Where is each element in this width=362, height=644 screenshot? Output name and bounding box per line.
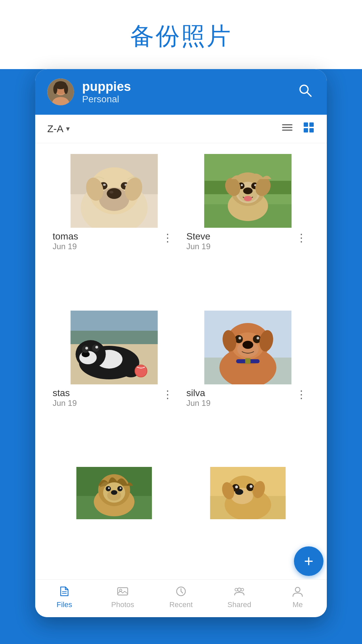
svg-point-56 [96,346,98,348]
shared-icon [233,585,246,598]
sort-toolbar: Z-A ▾ [35,115,327,143]
page-title: 备份照片 [130,0,232,69]
svg-point-25 [103,184,106,186]
svg-point-21 [107,188,122,199]
photo-thumbnail[interactable] [51,154,177,228]
svg-rect-102 [118,588,128,595]
sort-value: Z-A [47,123,63,135]
photo-name: Steve [186,231,210,242]
photo-thumbnail[interactable] [185,154,311,228]
me-icon [291,585,304,598]
photo-item[interactable]: tomas Jun 19 ⋮ [47,150,181,307]
svg-point-72 [257,337,259,339]
bottom-nav: Files Photos Recent [35,579,327,617]
photo-grid: tomas Jun 19 ⋮ [35,143,327,579]
header-text: puppies Personal [82,79,287,105]
photos-icon [116,585,129,598]
header-subtitle: Personal [82,94,287,105]
photo-date: Jun 19 [186,242,210,251]
chevron-down-icon: ▾ [66,124,70,133]
photo-item[interactable]: stas Jun 19 ⋮ [47,307,181,463]
svg-point-22 [110,191,114,194]
svg-point-5 [53,85,57,94]
plus-icon: + [304,553,313,569]
more-options-button[interactable]: ⋮ [293,231,309,245]
svg-point-108 [295,587,300,592]
svg-rect-76 [245,358,251,364]
nav-label-recent: Recent [169,600,193,609]
svg-point-96 [235,486,238,489]
nav-item-me[interactable]: Me [268,585,327,609]
add-button[interactable]: + [294,546,323,576]
files-icon [58,585,71,598]
svg-rect-15 [309,128,314,132]
photo-date: Jun 19 [186,398,210,408]
sort-selector[interactable]: Z-A ▾ [47,123,70,135]
photo-meta: stas Jun 19 ⋮ [51,384,177,410]
photo-thumbnail[interactable] [185,467,311,519]
svg-line-8 [307,92,311,96]
svg-point-54 [92,344,100,352]
nav-label-photos: Photos [111,600,134,609]
nav-label-files: Files [57,600,72,609]
svg-point-53 [82,345,89,353]
photo-meta: silva Jun 19 ⋮ [185,384,311,410]
grid-view-icon[interactable] [303,121,315,136]
search-button[interactable] [295,80,315,103]
photo-item[interactable]: silva Jun 19 ⋮ [181,307,315,463]
app-header: puppies Personal [35,69,327,115]
recent-icon [175,585,187,598]
list-view-icon[interactable] [281,121,293,136]
photo-date: Jun 19 [53,242,78,251]
svg-point-86 [108,487,110,489]
svg-point-87 [120,487,121,489]
view-options [281,121,315,136]
svg-point-58 [108,370,120,378]
svg-point-40 [241,184,243,186]
folder-name: puppies [82,79,287,94]
photo-name: tomas [53,231,78,242]
photo-item[interactable] [47,463,181,523]
svg-point-97 [250,485,253,488]
photo-item[interactable] [181,463,315,523]
more-options-button[interactable]: ⋮ [160,231,176,245]
nav-label-shared: Shared [228,600,251,609]
photo-name: stas [53,388,77,398]
svg-point-105 [238,588,241,591]
nav-label-me: Me [293,600,303,609]
svg-rect-12 [304,122,308,127]
svg-point-37 [243,187,253,194]
more-options-button[interactable]: ⋮ [293,388,309,401]
svg-point-83 [111,490,117,495]
photo-thumbnail[interactable] [51,311,177,384]
svg-point-71 [239,337,241,339]
photo-date: Jun 19 [53,398,77,408]
nav-item-files[interactable]: Files [35,585,94,609]
svg-point-6 [64,85,68,94]
more-options-button[interactable]: ⋮ [160,388,176,401]
photo-thumbnail[interactable] [51,467,177,519]
nav-item-photos[interactable]: Photos [94,585,152,609]
svg-point-68 [243,341,253,349]
photo-meta: tomas Jun 19 ⋮ [51,228,177,253]
svg-point-42 [244,196,252,201]
photo-thumbnail[interactable] [185,311,311,384]
nav-item-recent[interactable]: Recent [152,585,210,609]
nav-item-shared[interactable]: Shared [210,585,268,609]
photo-meta: Steve Jun 19 ⋮ [185,228,311,253]
photo-item[interactable]: Steve Jun 19 ⋮ [181,150,315,307]
avatar[interactable] [47,78,74,105]
photo-name: silva [186,388,210,398]
svg-point-55 [85,347,88,350]
svg-rect-14 [304,128,308,132]
phone-frame: puppies Personal Z-A ▾ [35,69,327,617]
svg-rect-13 [309,122,314,127]
